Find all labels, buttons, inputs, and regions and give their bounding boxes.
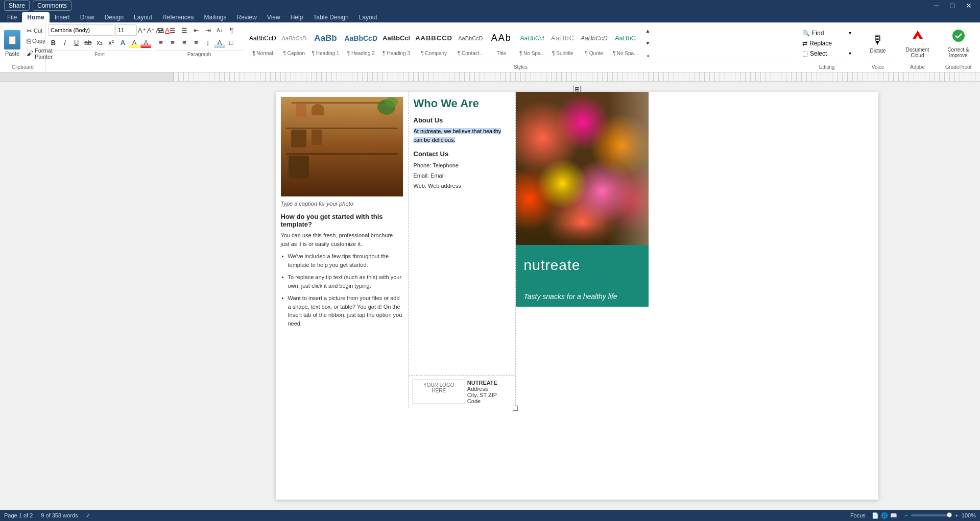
replace-button[interactable]: ⇄ Replace (800, 38, 853, 48)
city-line[interactable]: City, ST ZIP Code (467, 392, 511, 404)
subscript-button[interactable]: x₂ (94, 37, 105, 48)
zoom-thumb[interactable] (947, 512, 952, 517)
style-caption[interactable]: AaBbCcD ¶ Caption (279, 25, 309, 62)
tab-home[interactable]: Home (22, 12, 49, 22)
contact-us-heading[interactable]: Contact Us (414, 150, 510, 158)
left-panel-body[interactable]: You can use this fresh, professional bro… (281, 231, 403, 328)
brochure-middle-panel[interactable]: Who We Are About Us At nutreate, we beli… (409, 92, 516, 408)
correct-improve-button[interactable]: Correct & Improve (939, 24, 978, 62)
share-button[interactable]: Share (4, 1, 30, 11)
selected-text[interactable]: At nutreate, we believe that healthy can… (414, 128, 501, 143)
zoom-track[interactable] (911, 514, 952, 516)
style-title[interactable]: AAb Title (487, 25, 516, 62)
paste-button[interactable]: 📋 Paste (2, 28, 22, 59)
left-panel-heading[interactable]: How do you get started with this templat… (281, 213, 403, 228)
bold-button[interactable]: B (48, 37, 59, 48)
company-name[interactable]: NUTREATE (467, 380, 511, 386)
underline-button[interactable]: U (71, 37, 82, 48)
decrease-indent-button[interactable]: ⇤ (190, 24, 202, 36)
phone-line[interactable]: Phone: Telephone (414, 161, 510, 171)
who-we-are-title[interactable]: Who We Are (414, 97, 510, 110)
email-line[interactable]: Email: Email (414, 171, 510, 181)
bullets-button[interactable]: ☰ (155, 24, 166, 36)
align-right-button[interactable]: ≡ (179, 37, 190, 48)
tab-file[interactable]: File (2, 12, 22, 22)
italic-button[interactable]: I (60, 37, 70, 48)
justify-button[interactable]: ≡ (190, 37, 202, 48)
style-company-preview: AABBCCD (415, 26, 452, 51)
brand-name[interactable]: nutreate (524, 257, 581, 274)
document-cloud-button[interactable]: Document Cloud (900, 24, 935, 62)
tab-design[interactable]: Design (100, 12, 129, 22)
tab-draw[interactable]: Draw (75, 12, 100, 22)
comments-button[interactable]: Comments (33, 1, 71, 11)
tab-help[interactable]: Help (285, 12, 308, 22)
style-heading1[interactable]: AaBb ¶ Heading 1 (310, 25, 342, 62)
tab-table-design[interactable]: Table Design (308, 12, 353, 22)
tab-layout2[interactable]: Layout (354, 12, 383, 22)
close-button[interactable]: ✕ (962, 2, 976, 10)
minimize-button[interactable]: ─ (930, 2, 943, 10)
style-normal[interactable]: AaBbCcD ¶ Normal (247, 25, 278, 62)
focus-button[interactable]: Focus (850, 512, 866, 518)
text-effects-button[interactable]: A (117, 37, 128, 48)
line-spacing-button[interactable]: ↕ (202, 37, 213, 48)
style-heading3[interactable]: AaBbCcl ¶ Heading 3 (380, 25, 412, 62)
web-line[interactable]: Web: Web address (414, 181, 510, 191)
style-quote[interactable]: AaBbCcD ¶ Quote (579, 25, 610, 62)
sort-button[interactable]: A↓ (214, 24, 225, 36)
maximize-button[interactable]: □ (946, 2, 959, 10)
find-button[interactable]: 🔍 Find ▾ (800, 28, 853, 38)
paragraph-group-label: Paragraph (155, 50, 243, 57)
multilevel-button[interactable]: ☰ (179, 24, 190, 36)
tab-mailings[interactable]: Mailings (199, 12, 231, 22)
superscript-button[interactable]: x² (106, 37, 116, 48)
zoom-control[interactable]: － ＋ 100% (903, 512, 976, 519)
highlight-color-button[interactable]: A (129, 37, 140, 48)
styles-scroll-down[interactable]: ▼ (642, 38, 654, 49)
web-layout-icon[interactable]: 🌐 (881, 512, 888, 519)
shading-button[interactable]: A (214, 37, 225, 48)
read-mode-icon[interactable]: 📖 (890, 512, 897, 519)
style-company[interactable]: AABBCCD ¶ Company (413, 25, 455, 62)
tagline[interactable]: Tasty snacks for a healthy life (524, 292, 640, 301)
styles-expand[interactable]: ⬧ (642, 50, 654, 61)
font-grow-button[interactable]: A⁺ (138, 24, 146, 36)
font-color-button[interactable]: A (140, 37, 151, 48)
tab-review[interactable]: Review (232, 12, 262, 22)
tab-layout[interactable]: Layout (129, 12, 157, 22)
about-us-heading[interactable]: About Us (414, 116, 510, 124)
style-nospace[interactable]: AaBbCcl ¶ No Spa... (517, 25, 547, 62)
styles-scroll-up[interactable]: ▲ (642, 26, 654, 37)
zoom-out-button[interactable]: － (903, 512, 909, 519)
font-size-input[interactable] (115, 24, 137, 36)
print-layout-icon[interactable]: 📄 (872, 512, 879, 519)
photo-caption[interactable]: Type a caption for your photo (281, 201, 403, 207)
style-subtitle[interactable]: AaBbC ¶ Subtitle (548, 25, 578, 62)
numbering-button[interactable]: ☰ (167, 24, 178, 36)
style-contact[interactable]: AaBbCcD ¶ Contact... (456, 25, 486, 62)
about-us-text[interactable]: At nutreate, we believe that healthy can… (414, 127, 510, 144)
style-nospace2[interactable]: AaBbC ¶ No Spa... (611, 25, 640, 62)
strikethrough-button[interactable]: ab (83, 37, 93, 48)
document-area[interactable]: ⊞ (0, 82, 980, 510)
zoom-in-button[interactable]: ＋ (954, 512, 960, 519)
align-center-button[interactable]: ≡ (167, 37, 178, 48)
table-resize-handle[interactable] (513, 406, 518, 411)
increase-indent-button[interactable]: ⇥ (202, 24, 213, 36)
borders-button[interactable]: □ (226, 37, 237, 48)
address-line[interactable]: Address (467, 386, 511, 392)
show-marks-button[interactable]: ¶ (226, 24, 237, 36)
logo-placeholder[interactable]: YOUR LOGO HERE (413, 380, 465, 404)
brochure-left-panel[interactable]: Type a caption for your photo How do you… (276, 92, 409, 408)
style-heading2[interactable]: AaBbCcD ¶ Heading 2 (342, 25, 379, 62)
tab-view[interactable]: View (262, 12, 285, 22)
tab-references[interactable]: References (157, 12, 199, 22)
font-family-input[interactable] (48, 24, 114, 36)
tab-insert[interactable]: Insert (50, 12, 75, 22)
page-status: Page 1 of 2 (4, 512, 33, 518)
dictate-button[interactable]: 🎙 Dictate (868, 24, 888, 62)
select-icon: ⬚ (802, 50, 808, 57)
select-button[interactable]: ⬚ Select ▾ (800, 48, 853, 59)
align-left-button[interactable]: ≡ (155, 37, 166, 48)
